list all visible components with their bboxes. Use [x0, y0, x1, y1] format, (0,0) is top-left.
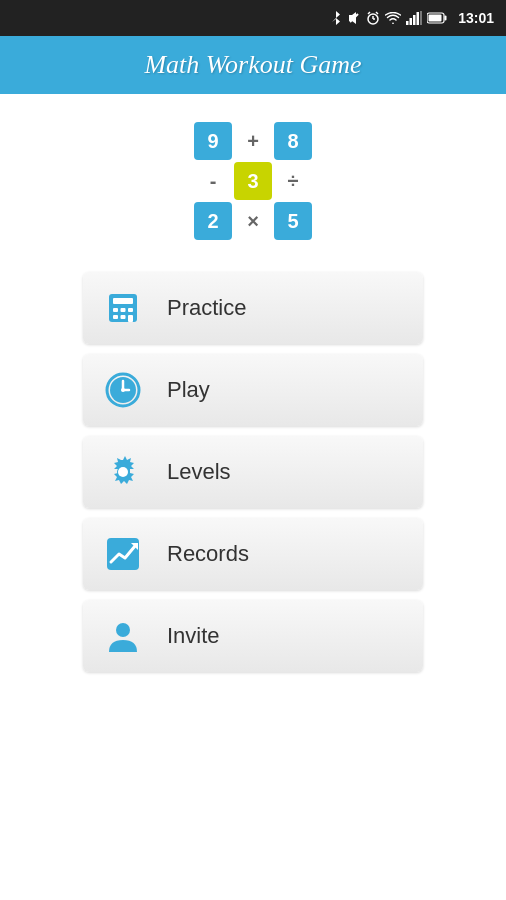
- svg-point-27: [121, 388, 125, 392]
- invite-button[interactable]: Invite: [83, 600, 423, 672]
- chart-icon: [103, 534, 143, 574]
- grid-cell-7: ×: [234, 202, 272, 240]
- grid-cell-2: 8: [274, 122, 312, 160]
- clock-icon: [103, 370, 143, 410]
- svg-point-31: [116, 623, 130, 637]
- svg-rect-8: [410, 18, 413, 25]
- menu-list: Practice Play: [83, 272, 423, 672]
- main-content: 9 + 8 - 3 ÷ 2 × 5: [0, 94, 506, 900]
- status-icons: 13:01: [330, 10, 494, 26]
- person-icon: [103, 616, 143, 656]
- calculator-icon: [103, 288, 143, 328]
- svg-rect-9: [413, 15, 416, 25]
- grid-cell-4: 3: [234, 162, 272, 200]
- svg-rect-21: [121, 315, 126, 319]
- battery-icon: [427, 12, 447, 24]
- svg-rect-17: [113, 308, 118, 312]
- svg-rect-18: [121, 308, 126, 312]
- status-time: 13:01: [458, 10, 494, 26]
- svg-rect-10: [417, 12, 420, 25]
- svg-line-5: [368, 12, 370, 14]
- svg-line-6: [376, 12, 378, 14]
- svg-rect-29: [107, 538, 139, 570]
- bluetooth-icon: [330, 11, 342, 25]
- invite-label: Invite: [167, 623, 220, 649]
- top-bar: Math Workout Game: [0, 36, 506, 94]
- alarm-icon: [366, 11, 380, 25]
- play-label: Play: [167, 377, 210, 403]
- svg-rect-13: [445, 16, 447, 21]
- records-label: Records: [167, 541, 249, 567]
- svg-rect-19: [128, 308, 133, 312]
- wifi-icon: [385, 12, 401, 24]
- svg-rect-22: [128, 315, 133, 322]
- mute-icon: [347, 11, 361, 25]
- svg-rect-7: [406, 21, 409, 25]
- records-button[interactable]: Records: [83, 518, 423, 590]
- math-grid: 9 + 8 - 3 ÷ 2 × 5: [194, 122, 312, 240]
- grid-cell-0: 9: [194, 122, 232, 160]
- svg-rect-20: [113, 315, 118, 319]
- signal-icon: [406, 11, 422, 25]
- grid-cell-5: ÷: [274, 162, 312, 200]
- app-title: Math Workout Game: [144, 50, 361, 80]
- practice-button[interactable]: Practice: [83, 272, 423, 344]
- levels-button[interactable]: Levels: [83, 436, 423, 508]
- svg-rect-11: [420, 11, 422, 25]
- status-bar: 13:01: [0, 0, 506, 36]
- svg-point-28: [118, 467, 128, 477]
- practice-label: Practice: [167, 295, 246, 321]
- grid-cell-8: 5: [274, 202, 312, 240]
- gear-icon: [103, 452, 143, 492]
- grid-cell-3: -: [194, 162, 232, 200]
- svg-rect-14: [429, 15, 442, 22]
- grid-cell-6: 2: [194, 202, 232, 240]
- play-button[interactable]: Play: [83, 354, 423, 426]
- grid-cell-1: +: [234, 122, 272, 160]
- levels-label: Levels: [167, 459, 231, 485]
- svg-rect-16: [113, 298, 133, 304]
